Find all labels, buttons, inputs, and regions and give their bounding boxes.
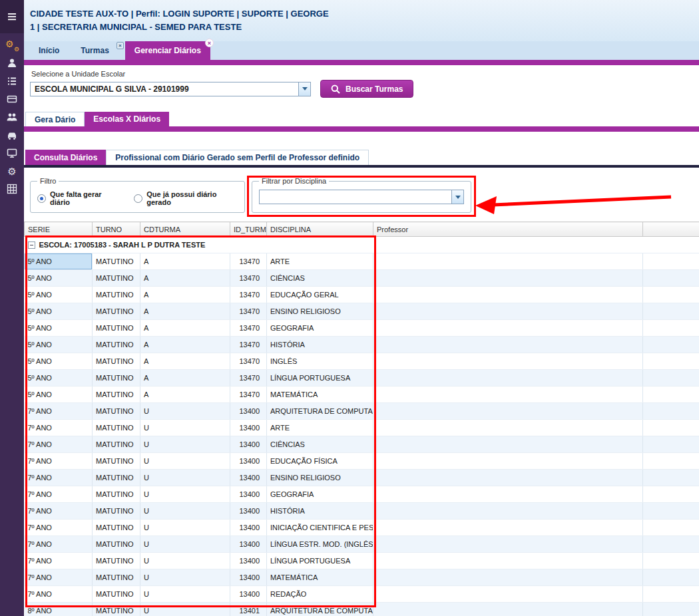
cell[interactable] <box>643 420 699 436</box>
cell[interactable]: 13400 <box>230 470 267 486</box>
cell[interactable]: A <box>140 287 230 303</box>
cell[interactable]: 13400 <box>230 520 267 536</box>
cell[interactable]: U <box>140 586 230 603</box>
cell[interactable]: INICIAÇÃO CIENTIFICA E PESQU <box>267 520 373 536</box>
table-row[interactable]: 7º ANOMATUTINOU13400ARQUITETURA DE COMPU… <box>25 403 699 420</box>
cell[interactable] <box>643 337 699 353</box>
cell[interactable]: MATUTINO <box>93 353 140 370</box>
cell[interactable]: EDUCAÇÃO GERAL <box>267 287 373 303</box>
cell[interactable]: 13400 <box>230 436 267 453</box>
tab-consulta-diarios[interactable]: Consulta Diários <box>25 150 106 165</box>
cell[interactable]: MATUTINO <box>93 553 140 569</box>
cell[interactable] <box>643 486 699 503</box>
cell[interactable]: 5º ANO <box>25 253 93 270</box>
cell[interactable]: 13470 <box>230 303 267 320</box>
cell[interactable] <box>373 403 643 420</box>
column-header-cdturma[interactable]: CDTURMA <box>140 222 230 237</box>
table-row[interactable]: 7º ANOMATUTINOU13400INICIAÇÃO CIENTIFICA… <box>25 520 699 536</box>
cell[interactable]: LÍNGUA ESTR. MOD. (INGLÊS) <box>267 536 373 553</box>
cell[interactable]: MATUTINO <box>93 270 140 287</box>
cell[interactable] <box>373 503 643 520</box>
table-row[interactable]: 7º ANOMATUTINOU13400GEOGRAFIA <box>25 486 699 503</box>
cell[interactable]: U <box>140 553 230 569</box>
table-row[interactable]: 5º ANOMATUTINOA13470HISTÓRIA <box>25 337 699 353</box>
cell[interactable]: 7º ANO <box>25 453 93 470</box>
cell[interactable]: A <box>140 386 230 403</box>
cell[interactable] <box>643 553 699 569</box>
cell[interactable]: ENSINO RELIGIOSO <box>267 470 373 486</box>
cell[interactable]: ARTE <box>267 253 373 270</box>
cell[interactable]: U <box>140 420 230 436</box>
buscar-turmas-button[interactable]: Buscar Turmas <box>320 80 413 98</box>
cell[interactable]: MATUTINO <box>93 436 140 453</box>
cell[interactable]: MATUTINO <box>93 520 140 536</box>
cell[interactable]: 13470 <box>230 337 267 353</box>
cell[interactable]: HISTÓRIA <box>267 503 373 520</box>
cell[interactable]: 7º ANO <box>25 470 93 486</box>
cell[interactable]: MATUTINO <box>93 420 140 436</box>
cell[interactable]: A <box>140 253 230 270</box>
cell[interactable] <box>373 270 643 287</box>
cell[interactable]: U <box>140 603 230 616</box>
table-row[interactable]: 7º ANOMATUTINOU13400HISTÓRIA <box>25 503 699 520</box>
cell[interactable] <box>643 270 699 287</box>
cell[interactable]: 7º ANO <box>25 520 93 536</box>
cell[interactable] <box>643 253 699 270</box>
cell[interactable]: 13400 <box>230 586 267 603</box>
column-header-empty[interactable] <box>643 222 699 237</box>
card-icon[interactable] <box>3 93 21 105</box>
column-header-serie[interactable]: SERIE <box>25 222 93 237</box>
cell[interactable] <box>373 303 643 320</box>
cell[interactable] <box>373 320 643 337</box>
cell[interactable] <box>373 536 643 553</box>
group-row[interactable]: ESCOLA: 17005183 - SARAH L P DUTRA TESTE <box>25 237 699 253</box>
cell[interactable]: 5º ANO <box>25 270 93 287</box>
collapse-icon[interactable] <box>28 241 35 249</box>
table-row[interactable]: 7º ANOMATUTINOU13400ENSINO RELIGIOSO <box>25 470 699 486</box>
car-icon[interactable] <box>3 129 21 141</box>
gear-icon[interactable]: ⚙ <box>3 165 21 177</box>
radio-ja-possui[interactable]: Que já possui diário gerado <box>134 190 238 206</box>
monitor-icon[interactable] <box>3 147 21 159</box>
column-header-disciplina[interactable]: DISCIPLINA <box>267 222 373 237</box>
cell[interactable]: MATEMÁTICA <box>267 386 373 403</box>
table-row[interactable]: 5º ANOMATUTINOA13470MATEMÁTICA <box>25 386 699 403</box>
grid-icon[interactable] <box>3 183 21 195</box>
cell[interactable]: A <box>140 353 230 370</box>
cell[interactable]: INGLÊS <box>267 353 373 370</box>
cell[interactable]: MATUTINO <box>93 253 140 270</box>
cell[interactable]: MATUTINO <box>93 453 140 470</box>
table-row[interactable]: 5º ANOMATUTINOA13470EDUCAÇÃO GERAL <box>25 287 699 303</box>
tab-inicio[interactable]: Início <box>29 41 69 60</box>
cell[interactable] <box>643 403 699 420</box>
cell[interactable]: 13400 <box>230 553 267 569</box>
cell[interactable]: MATUTINO <box>93 603 140 616</box>
cell[interactable]: MATEMÁTICA <box>267 569 373 586</box>
column-header-id_turma[interactable]: ID_TURMA <box>230 222 267 237</box>
cell[interactable] <box>373 486 643 503</box>
tab-profissional-sem-perfil[interactable]: Profissional com Diário Gerado sem Perfi… <box>106 150 369 165</box>
cell[interactable]: MATUTINO <box>93 320 140 337</box>
cell[interactable]: 13470 <box>230 353 267 370</box>
cell[interactable] <box>373 253 643 270</box>
cell[interactable]: REDAÇÃO <box>267 586 373 603</box>
cell[interactable] <box>643 453 699 470</box>
cell[interactable]: 5º ANO <box>25 386 93 403</box>
cell[interactable]: A <box>140 320 230 337</box>
cell[interactable]: CIÊNCIAS <box>267 270 373 287</box>
cell[interactable]: 7º ANO <box>25 420 93 436</box>
cell[interactable]: 13400 <box>230 569 267 586</box>
cell[interactable]: 7º ANO <box>25 403 93 420</box>
cell[interactable]: U <box>140 436 230 453</box>
table-row[interactable]: 5º ANOMATUTINOA13470ARTE <box>25 253 699 270</box>
table-row[interactable]: 7º ANOMATUTINOU13400LÍNGUA PORTUGUESA <box>25 553 699 569</box>
disciplina-select[interactable] <box>259 190 464 204</box>
cell[interactable] <box>643 370 699 386</box>
cell[interactable]: ENSINO RELIGIOSO <box>267 303 373 320</box>
table-row[interactable]: 7º ANOMATUTINOU13400ARTE <box>25 420 699 436</box>
table-row[interactable]: 7º ANOMATUTINOU13400LÍNGUA ESTR. MOD. (I… <box>25 536 699 553</box>
cell[interactable]: LÍNGUA PORTUGUESA <box>267 370 373 386</box>
cell[interactable] <box>643 470 699 486</box>
cell[interactable] <box>643 436 699 453</box>
cell[interactable]: U <box>140 453 230 470</box>
